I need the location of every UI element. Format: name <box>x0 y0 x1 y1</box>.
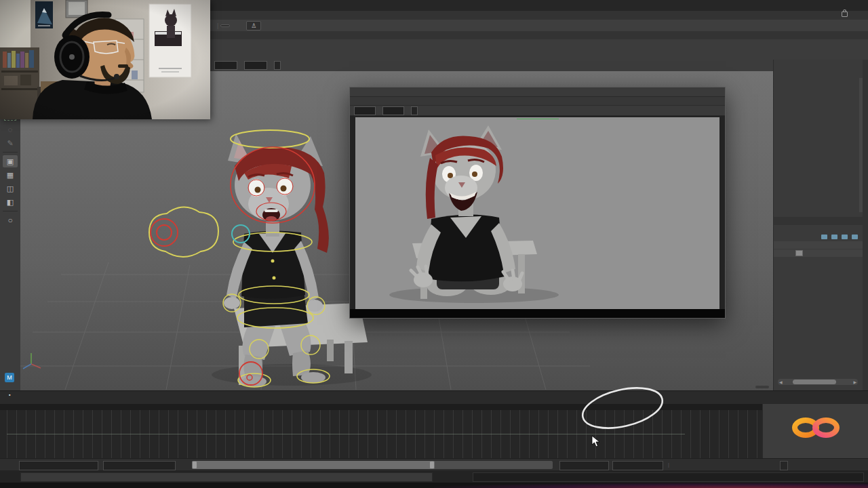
persp-colorspace-dropdown[interactable] <box>411 106 418 115</box>
range-end-handle[interactable] <box>430 462 434 468</box>
playback-start-field[interactable] <box>103 461 176 470</box>
layer-row-layer1[interactable] <box>774 241 863 249</box>
paint-select-icon[interactable]: ✎ <box>3 137 18 149</box>
fps-dropdown[interactable] <box>780 461 788 470</box>
infinity-logo-icon <box>783 416 848 439</box>
persp-render-area[interactable] <box>355 117 719 309</box>
lasso-tool-icon[interactable]: ◌ <box>3 123 18 136</box>
new-layer-selected-icon[interactable] <box>831 235 837 239</box>
animation-start-field[interactable] <box>19 461 98 470</box>
persp-info-bar <box>350 309 725 318</box>
persp-toolbar <box>350 106 725 116</box>
rendered-character <box>355 117 719 309</box>
layer-color-swatch[interactable] <box>795 250 803 256</box>
right-sidebar-tabs <box>863 60 868 390</box>
maya-badge-icon[interactable]: M <box>5 373 14 382</box>
gamma-field[interactable] <box>244 61 267 70</box>
playback-end-field[interactable] <box>559 461 609 470</box>
axis-gizmo <box>23 353 41 369</box>
persp-menubar <box>350 97 725 106</box>
webcam-overlay <box>0 0 210 119</box>
layer-editor <box>774 217 863 257</box>
layer-toolbar <box>774 232 863 241</box>
range-slider-bar[interactable] <box>192 461 435 469</box>
persp-window-titlebar[interactable] <box>350 87 725 97</box>
persp-view-window[interactable] <box>349 87 726 319</box>
resolution-gate-line <box>517 119 559 119</box>
time-slider[interactable] <box>0 404 762 458</box>
layout-single-pane-button[interactable]: ▣ <box>3 155 18 167</box>
range-start-handle[interactable] <box>193 462 197 468</box>
new-layer-icon[interactable] <box>821 235 827 239</box>
viewport-fps-readout <box>755 386 769 388</box>
arm-ik-control[interactable] <box>149 207 250 257</box>
persp-gamma-field[interactable] <box>382 106 404 115</box>
colorspace-dropdown[interactable] <box>274 61 281 70</box>
brand-block <box>763 416 868 441</box>
animflow-tool-logo-icon[interactable]: ▪ <box>9 392 10 403</box>
user-account-menu[interactable]: ♙ <box>246 21 261 30</box>
move-layer-up-icon[interactable] <box>842 235 848 239</box>
range-slider-row: | <box>0 458 868 471</box>
user-icon: ♙ <box>251 22 256 29</box>
zoom-tool-icon[interactable]: ○ <box>3 214 18 226</box>
help-line-row <box>0 470 868 483</box>
bottom-edge <box>0 483 868 488</box>
timeline-right-panel <box>762 404 868 458</box>
symmetry-dropdown[interactable] <box>220 24 230 27</box>
animation-end-field[interactable] <box>612 461 663 470</box>
move-layer-down-icon[interactable] <box>852 235 858 239</box>
animation-toolbar: ▪ <box>0 390 868 405</box>
channel-box-hscrollbar[interactable]: ◀ ▶ <box>778 379 858 385</box>
audio-waveform <box>0 410 762 458</box>
exposure-field[interactable] <box>214 61 237 70</box>
layout-two-pane-button[interactable]: ◫ <box>3 182 18 195</box>
workspace-lock-icon[interactable] <box>842 12 848 17</box>
range-slider-track[interactable] <box>192 461 553 469</box>
layer-row-geo[interactable] <box>774 249 863 257</box>
maya-application-window: | ♙ ◌ ✎ ▣ ▦ ◫ ◧ ○ M <box>0 0 868 488</box>
command-line-input[interactable] <box>473 472 864 482</box>
channel-box-panel: ◀ ▶ <box>773 60 863 390</box>
persp-exposure-field[interactable] <box>354 106 376 115</box>
layout-four-pane-button[interactable]: ▦ <box>3 169 18 181</box>
help-line-text <box>20 472 433 482</box>
layout-outliner-button[interactable]: ◧ <box>3 196 18 208</box>
frame-number-strip <box>0 404 762 410</box>
